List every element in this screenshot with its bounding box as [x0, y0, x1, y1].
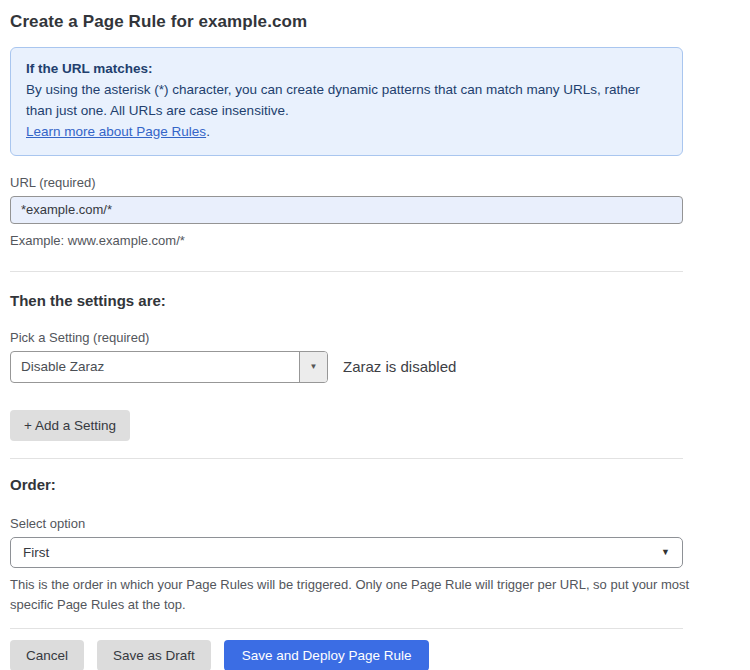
- select-option-label: Select option: [10, 516, 683, 531]
- url-example-helper: Example: www.example.com/*: [10, 231, 683, 251]
- setting-dropdown[interactable]: Disable Zaraz ▼: [10, 351, 328, 383]
- setting-dropdown-value: Disable Zaraz: [11, 352, 299, 382]
- divider: [10, 628, 683, 629]
- order-section-heading: Order:: [10, 476, 683, 493]
- setting-dropdown-caret-button[interactable]: ▼: [299, 352, 327, 382]
- url-input[interactable]: [10, 196, 683, 224]
- chevron-down-icon: ▼: [310, 362, 318, 371]
- info-box-body-text: By using the asterisk (*) character, you…: [26, 82, 640, 118]
- page-rule-form: Create a Page Rule for example.com If th…: [0, 0, 683, 670]
- url-matches-info-box: If the URL matches: By using the asteris…: [10, 47, 683, 156]
- divider: [10, 271, 683, 272]
- order-select[interactable]: First ▼: [10, 537, 683, 568]
- info-box-body: By using the asterisk (*) character, you…: [26, 80, 667, 143]
- save-as-draft-button[interactable]: Save as Draft: [97, 640, 211, 670]
- order-helper-text: This is the order in which your Page Rul…: [10, 575, 722, 615]
- setting-row: Disable Zaraz ▼ Zaraz is disabled: [10, 351, 683, 383]
- chevron-down-icon: ▼: [661, 547, 670, 557]
- learn-more-link[interactable]: Learn more about Page Rules: [26, 124, 206, 139]
- url-field-label: URL (required): [10, 175, 683, 190]
- info-box-heading: If the URL matches:: [26, 59, 667, 80]
- save-and-deploy-button[interactable]: Save and Deploy Page Rule: [224, 640, 430, 670]
- add-setting-button[interactable]: + Add a Setting: [10, 410, 130, 441]
- settings-section-heading: Then the settings are:: [10, 292, 683, 309]
- learn-more-link-suffix: .: [206, 124, 210, 139]
- cancel-button[interactable]: Cancel: [10, 640, 84, 670]
- setting-status-text: Zaraz is disabled: [343, 358, 456, 375]
- order-select-value: First: [23, 545, 49, 560]
- footer-buttons: Cancel Save as Draft Save and Deploy Pag…: [10, 640, 683, 670]
- page-title: Create a Page Rule for example.com: [10, 12, 683, 32]
- divider: [10, 458, 683, 459]
- pick-setting-label: Pick a Setting (required): [10, 330, 683, 345]
